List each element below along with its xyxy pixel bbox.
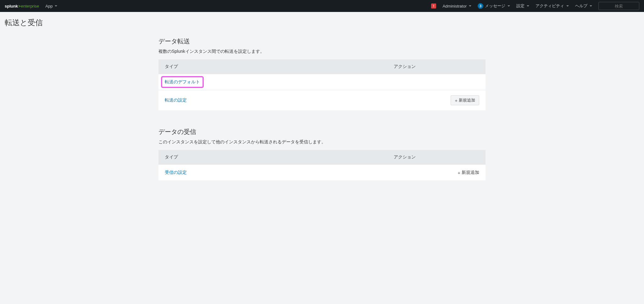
- add-new-button[interactable]: + 新規追加: [458, 170, 479, 175]
- caret-down-icon: [566, 5, 569, 7]
- table-row: 受信の設定 + 新規追加: [158, 165, 486, 181]
- messages-menu-label: メッセージ: [485, 3, 505, 9]
- admin-menu-label: Administrator: [442, 4, 467, 8]
- add-new-label: 新規追加: [462, 170, 479, 175]
- logo[interactable]: splunk > enterprise: [5, 4, 39, 8]
- messages-menu[interactable]: 3 メッセージ: [478, 3, 510, 9]
- header-action: アクション: [387, 150, 486, 165]
- warning-icon[interactable]: !: [431, 3, 436, 8]
- help-menu[interactable]: ヘルプ: [575, 3, 592, 9]
- activity-menu-label: アクティビティ: [536, 3, 564, 9]
- app-menu-label: App: [45, 4, 53, 8]
- section-data-receiving: データの受信 このインスタンスを設定して他のインスタンスから転送されるデータを受…: [158, 128, 486, 180]
- section-title: データの受信: [158, 128, 486, 136]
- plus-icon: +: [458, 170, 460, 175]
- content: データ転送 複数のSplunkインスタンス間での転送を設定します。 タイプ アク…: [154, 37, 490, 180]
- forwarding-settings-link[interactable]: 転送の設定: [165, 97, 187, 102]
- caret-down-icon: [508, 5, 510, 7]
- activity-menu[interactable]: アクティビティ: [536, 3, 569, 9]
- section-description: このインスタンスを設定して他のインスタンスから転送されるデータを受信します。: [158, 139, 486, 145]
- help-menu-label: ヘルプ: [575, 3, 587, 9]
- settings-menu[interactable]: 設定: [516, 3, 529, 9]
- page-header: 転送と受信: [0, 12, 644, 31]
- topbar-left: App: [45, 4, 57, 8]
- app-menu[interactable]: App: [45, 4, 57, 8]
- caret-down-icon: [590, 5, 592, 7]
- plus-icon: +: [455, 98, 458, 103]
- topbar-right: ! Administrator 3 メッセージ 設定 アクティビティ ヘルプ: [431, 2, 639, 10]
- receiving-settings-link[interactable]: 受信の設定: [165, 170, 187, 175]
- table-header-row: タイプ アクション: [158, 150, 486, 165]
- section-description: 複数のSplunkインスタンス間での転送を設定します。: [158, 49, 486, 54]
- logo-enterprise-text: enterprise: [21, 4, 39, 8]
- table-row: 転送のデフォルト: [158, 74, 486, 90]
- logo-gt-text: >: [18, 4, 21, 8]
- header-action: アクション: [387, 59, 486, 74]
- caret-down-icon: [469, 5, 471, 7]
- highlight-annotation: 転送のデフォルト: [161, 76, 204, 88]
- caret-down-icon: [527, 5, 529, 7]
- add-new-button[interactable]: + 新規追加: [451, 95, 479, 105]
- page-title: 転送と受信: [5, 18, 639, 28]
- forwarding-defaults-link[interactable]: 転送のデフォルト: [165, 79, 200, 84]
- search-input[interactable]: [598, 2, 639, 10]
- topbar: splunk > enterprise App ! Administrator …: [0, 0, 644, 12]
- messages-badge: 3: [478, 3, 483, 9]
- section-data-forwarding: データ転送 複数のSplunkインスタンス間での転送を設定します。 タイプ アク…: [158, 37, 486, 110]
- admin-menu[interactable]: Administrator: [442, 4, 471, 8]
- receiving-table: タイプ アクション 受信の設定 + 新規追加: [158, 150, 486, 180]
- table-row: 転送の設定 + 新規追加: [158, 90, 486, 111]
- settings-menu-label: 設定: [516, 3, 525, 9]
- logo-splunk-text: splunk: [5, 4, 18, 8]
- header-type: タイプ: [158, 150, 387, 165]
- table-header-row: タイプ アクション: [158, 59, 486, 74]
- forwarding-table: タイプ アクション 転送のデフォルト 転送の設定 + 新規追加: [158, 59, 486, 110]
- section-title: データ転送: [158, 37, 486, 46]
- caret-down-icon: [55, 5, 57, 7]
- add-new-label: 新規追加: [459, 97, 475, 103]
- header-type: タイプ: [158, 59, 387, 74]
